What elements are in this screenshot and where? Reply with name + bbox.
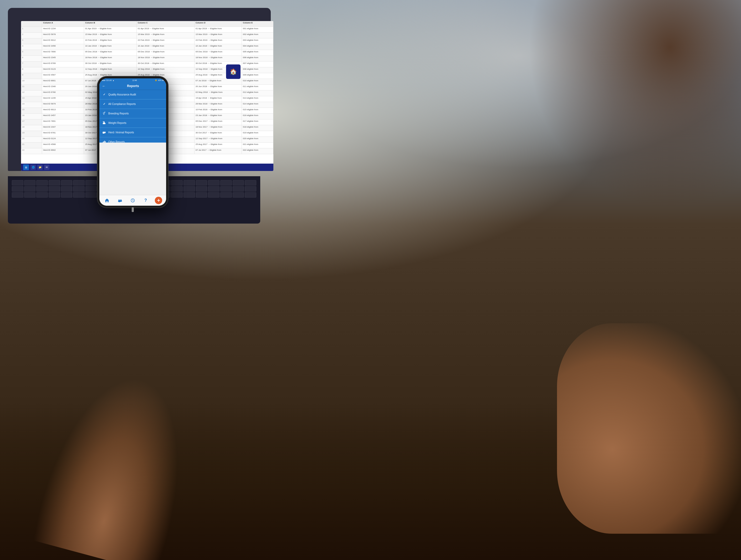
spreadsheet-row: 5Herd ID 789005 Dec 2018 → Eligible from… [21, 50, 273, 56]
keyboard-key[interactable] [24, 192, 36, 197]
spreadsheet-cell: Herd ID 2346 [42, 85, 84, 90]
spreadsheet-cell: 01 Apr 2019 → Eligible from [84, 27, 137, 33]
keyboard-key[interactable] [49, 186, 60, 191]
menu-item-label: Weight Reports [108, 122, 126, 124]
keyboard-key[interactable] [196, 180, 207, 185]
keyboard-key[interactable] [171, 180, 183, 185]
tab-add[interactable]: + [155, 197, 162, 204]
keyboard-key[interactable] [220, 186, 232, 191]
keyboard-key[interactable] [245, 192, 256, 197]
spreadsheet-cell: 002 eligible from [242, 33, 273, 38]
keyboard-key[interactable] [220, 192, 232, 197]
keyboard-key[interactable] [24, 180, 36, 185]
spreadsheet-cell: 011 eligible from [242, 85, 273, 90]
keyboard-key[interactable] [196, 192, 207, 197]
keyboard-key[interactable] [208, 192, 219, 197]
keyboard-key[interactable] [245, 186, 256, 191]
spreadsheet-cell: 16 [21, 114, 42, 119]
menu-item-all-compliance-reports[interactable]: ✓All Compliance Reports [99, 100, 166, 109]
menu-item-label: Other Reports [108, 140, 125, 142]
phone: ●●● O2-UK ▲ 12:46 🔒 43% ▮ ← Reports [97, 76, 168, 208]
keyboard-key[interactable] [61, 192, 73, 197]
keyboard-key[interactable] [184, 180, 195, 185]
tab-clock[interactable] [129, 197, 136, 204]
keyboard-key[interactable] [232, 186, 244, 191]
keyboard-key[interactable] [245, 180, 256, 185]
keyboard-key[interactable] [232, 180, 244, 185]
tab-animals[interactable] [116, 197, 124, 204]
keyboard-key[interactable] [85, 192, 97, 197]
keyboard-key[interactable] [171, 186, 183, 191]
keyboard-key[interactable] [61, 180, 73, 185]
spreadsheet-cell: 015 eligible from [242, 108, 273, 113]
keyboard-key[interactable] [184, 192, 195, 197]
spreadsheet-cell: Herd ID 0124 [42, 137, 84, 142]
keyboard-key[interactable] [61, 186, 73, 191]
menu-item-breeding-reports[interactable]: ⚥Breeding Reports [99, 109, 166, 118]
status-left: ●●● O2-UK ▲ [102, 79, 114, 81]
keyboard-key[interactable] [12, 192, 23, 197]
spreadsheet-cell: 12 [21, 90, 42, 96]
spreadsheet-cell: 22 [21, 148, 42, 154]
spreadsheet-header-cell: Column C [137, 21, 195, 26]
spreadsheet-cell: 018 eligible from [242, 125, 273, 131]
keyboard-key[interactable] [36, 192, 48, 197]
taskbar-icon-folder[interactable]: 📁 [37, 165, 43, 170]
keyboard-key[interactable] [196, 186, 207, 191]
app-header: ← Reports [99, 82, 166, 90]
keyboard-key[interactable] [184, 186, 195, 191]
keyboard-key[interactable] [73, 180, 85, 185]
spreadsheet-cell: 07 Jul 2018 → Eligible from [195, 79, 242, 84]
back-button[interactable]: ← [102, 84, 106, 88]
menu-item-weight-reports[interactable]: Weight Reports [99, 118, 166, 128]
app-icon: 🏠 [226, 64, 241, 79]
keyboard-key[interactable] [220, 180, 232, 185]
phone-screen: ●●● O2-UK ▲ 12:46 🔒 43% ▮ ← Reports [99, 78, 166, 206]
keyboard-key[interactable] [208, 180, 219, 185]
keyboard-key[interactable] [36, 180, 48, 185]
tab-home[interactable] [103, 197, 111, 204]
spreadsheet-row: 2Herd ID 567815 Mar 2019 → Eligible from… [21, 33, 273, 39]
keyboard-key[interactable] [232, 192, 244, 197]
spreadsheet-cell: Herd ID 1235 [42, 96, 84, 102]
spreadsheet-cell: 12 Sep 2017 → Eligible from [195, 137, 242, 142]
wifi-icon: ▲ [113, 79, 114, 81]
carrier-label: O2-UK [106, 79, 112, 81]
menu-item-other-reports[interactable]: Other Reports [99, 137, 166, 142]
keyboard-key[interactable] [171, 192, 183, 197]
keyboard-key[interactable] [85, 186, 97, 191]
menu-item-label: All Compliance Reports [108, 103, 136, 106]
keyboard-key[interactable] [85, 180, 97, 185]
spreadsheet-cell: Herd ID 6780 [42, 90, 84, 96]
spreadsheet-cell: 18 Nov 2017 → Eligible from [195, 125, 242, 131]
taskbar-icon-mail[interactable]: ✉ [44, 165, 50, 170]
keyboard-key[interactable] [49, 180, 60, 185]
spreadsheet-cell: 30 Oct 2018 → Eligible from [137, 62, 195, 67]
keyboard-key[interactable] [24, 186, 36, 191]
tab-help[interactable]: ? [142, 197, 149, 204]
menu-item-quality-assurance-audit[interactable]: ✓Quality Assurance Audit [99, 90, 166, 100]
spreadsheet-cell: 009 eligible from [242, 73, 273, 79]
keyboard-key[interactable] [208, 186, 219, 191]
spreadsheet-cell: 5 [21, 50, 42, 56]
keyboard-key[interactable] [12, 180, 23, 185]
spreadsheet-cell: Herd ID 3456 [42, 44, 84, 50]
spreadsheet-cell: 20 [21, 137, 42, 142]
keyboard-key[interactable] [73, 192, 85, 197]
keyboard-key[interactable] [49, 192, 60, 197]
spreadsheet-header-cell: Column A [42, 21, 84, 26]
start-button[interactable]: ⊞ [23, 165, 29, 170]
spreadsheet-cell: 10 Jan 2019 → Eligible from [84, 44, 137, 50]
keyboard-key[interactable] [73, 186, 85, 191]
keyboard-key[interactable] [12, 186, 23, 191]
hand-right [557, 323, 741, 534]
spreadsheet-cell: 008 eligible from [242, 67, 273, 73]
spreadsheet-cell: 9 [21, 73, 42, 79]
spreadsheet-row: 3Herd ID 901222 Feb 2019 → Eligible from… [21, 39, 273, 44]
tab-bar: ?+ [99, 195, 166, 206]
spreadsheet-cell: 1 [21, 27, 42, 33]
taskbar-icon-browser[interactable]: 🌐 [30, 165, 36, 170]
keyboard-key[interactable] [36, 186, 48, 191]
spreadsheet-cell: 7 [21, 62, 42, 67]
menu-item-herd-animal-reports[interactable]: Herd / Animal Reports [99, 128, 166, 137]
